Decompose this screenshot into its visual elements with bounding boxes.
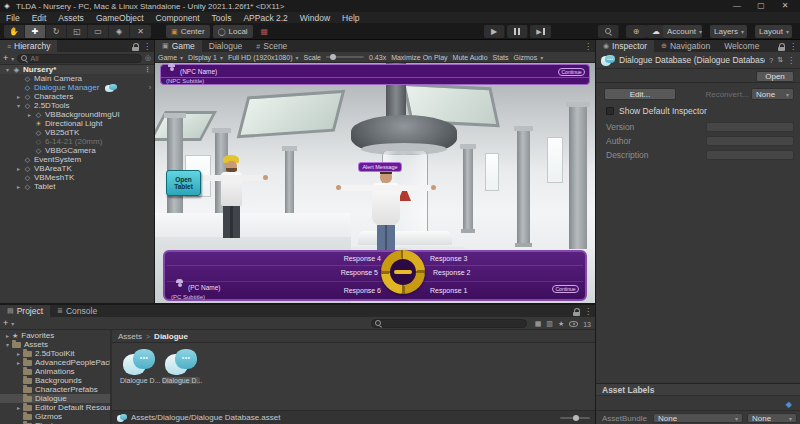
- help-icon[interactable]: ?: [769, 57, 773, 64]
- search-by-label-icon[interactable]: ▥: [546, 320, 553, 328]
- lock-icon[interactable]: [778, 43, 785, 51]
- kebab-icon[interactable]: ⋮: [787, 56, 795, 65]
- scene-picker-icon[interactable]: ◎: [145, 54, 151, 62]
- tab-scene[interactable]: # Scene: [249, 40, 294, 52]
- create-button[interactable]: +: [3, 318, 8, 328]
- project-item[interactable]: Animations: [0, 367, 110, 376]
- asset-labels-header[interactable]: Asset Labels: [596, 383, 800, 396]
- hierarchy-item-scene[interactable]: ▾ ◈ Nursery* ⋮: [0, 65, 154, 74]
- hierarchy-item[interactable]: ◇ EventSystem: [0, 155, 154, 164]
- rect-tool-icon[interactable]: ▭: [88, 25, 109, 38]
- account-dropdown[interactable]: Account▾: [663, 25, 702, 38]
- menu-window[interactable]: Window: [294, 13, 336, 23]
- prefab-arrow-icon[interactable]: ›: [149, 84, 151, 91]
- hierarchy-item-dialogue-manager[interactable]: ◇ Dialogue Manager ›: [0, 83, 154, 92]
- menu-appack[interactable]: APPack 2.2: [237, 13, 293, 23]
- chevron-right-icon[interactable]: ▸: [14, 165, 23, 172]
- hierarchy-search-input[interactable]: [30, 54, 138, 63]
- menu-edit[interactable]: Edit: [26, 13, 53, 23]
- custom-tool-icon[interactable]: ✕: [130, 25, 151, 38]
- hierarchy-item[interactable]: ▸ ◇ VBBackgroundImgUI: [0, 110, 154, 119]
- hierarchy-item[interactable]: ◇ Main Camera: [0, 74, 154, 83]
- hierarchy-item[interactable]: ☀ Directional Light: [0, 119, 154, 128]
- resolution-dropdown[interactable]: Full HD (1920x1080)▾: [228, 54, 299, 61]
- menu-assets[interactable]: Assets: [52, 13, 90, 23]
- chevron-right-icon[interactable]: ▸: [14, 183, 23, 190]
- scale-tool-icon[interactable]: ◱: [67, 25, 88, 38]
- chevron-down-icon[interactable]: ▾: [11, 55, 14, 62]
- display-dropdown[interactable]: Display 1▾: [188, 54, 223, 61]
- show-default-inspector-checkbox[interactable]: [606, 107, 614, 115]
- chevron-down-icon[interactable]: ▾: [14, 102, 23, 109]
- kebab-icon[interactable]: ⋮: [143, 42, 151, 51]
- edit-button[interactable]: Edit...: [604, 88, 676, 100]
- minimize-button[interactable]: —: [726, 0, 748, 12]
- mute-audio-button[interactable]: Mute Audio: [453, 54, 488, 61]
- hierarchy-item[interactable]: ◇ VB25dTK: [0, 128, 154, 137]
- project-item-assets[interactable]: ▾ Assets: [0, 340, 110, 349]
- chevron-down-icon[interactable]: ▾: [3, 66, 12, 73]
- snap-toggle[interactable]: ▦: [256, 25, 274, 38]
- close-button[interactable]: ✕: [774, 0, 796, 12]
- continue-button[interactable]: Continue: [552, 285, 579, 293]
- project-search[interactable]: [371, 319, 527, 328]
- project-search-input[interactable]: [384, 319, 523, 328]
- hierarchy-item[interactable]: ◇ VBMeshTK: [0, 173, 154, 182]
- tab-inspector[interactable]: ◉ Inspector: [596, 40, 654, 52]
- step-button[interactable]: ▶: [530, 25, 551, 38]
- menu-file[interactable]: File: [0, 13, 26, 23]
- chevron-right-icon[interactable]: ▸: [25, 111, 34, 118]
- rotate-tool-icon[interactable]: ↻: [46, 25, 67, 38]
- kebab-icon[interactable]: ⋮: [144, 66, 151, 74]
- project-item[interactable]: ▸ 2.5dToolKit: [0, 349, 110, 358]
- response-2-button[interactable]: Response 2: [433, 269, 470, 276]
- hierarchy-item-disabled[interactable]: ◇ 6-14-21 (20mm): [0, 137, 154, 146]
- pivot-toggle[interactable]: ▣ Center: [166, 25, 210, 38]
- layers-dropdown[interactable]: Layers▾: [710, 25, 747, 38]
- maximize-button[interactable]: ▢: [750, 0, 772, 12]
- lock-icon[interactable]: [573, 308, 580, 316]
- create-button[interactable]: +: [3, 53, 8, 63]
- chevron-down-icon[interactable]: ▾: [11, 320, 14, 327]
- tab-console[interactable]: ≣ Console: [50, 305, 104, 317]
- kebab-icon[interactable]: ⋮: [584, 42, 592, 51]
- hierarchy-item[interactable]: ◇ VBBGCamera: [0, 146, 154, 155]
- maximize-on-play-button[interactable]: Maximize On Play: [391, 54, 447, 61]
- slider-knob[interactable]: [573, 415, 579, 421]
- favorites-filter-icon[interactable]: ★: [558, 320, 564, 328]
- project-item[interactable]: CharacterPrefabs: [0, 385, 110, 394]
- author-field[interactable]: [706, 136, 794, 146]
- project-item[interactable]: ▸ Editor Default Resources: [0, 403, 110, 412]
- project-item[interactable]: Gizmos: [0, 412, 110, 421]
- layout-dropdown[interactable]: Layout▾: [755, 25, 792, 38]
- services-button[interactable]: ⊕: [626, 25, 647, 38]
- hidden-count-eye-icon[interactable]: [569, 321, 578, 327]
- tag-icon[interactable]: ◆: [786, 400, 792, 409]
- tab-dialogue[interactable]: Dialogue: [202, 40, 250, 52]
- hand-tool-icon[interactable]: ✋: [4, 25, 25, 38]
- stats-button[interactable]: Stats: [493, 54, 509, 61]
- tab-project[interactable]: ▤ Project: [0, 305, 50, 317]
- response-1-button[interactable]: Response 1: [430, 287, 467, 294]
- pause-button[interactable]: [507, 25, 528, 38]
- hierarchy-item[interactable]: ▾ ◇ 2.5DTools: [0, 101, 154, 110]
- tab-navigation[interactable]: ⊕ Navigation: [654, 40, 717, 52]
- response-wheel[interactable]: [381, 250, 425, 294]
- version-field[interactable]: [706, 122, 794, 132]
- chevron-down-icon[interactable]: ▾: [3, 341, 12, 348]
- thumbnail-size-slider[interactable]: [560, 417, 590, 419]
- lock-icon[interactable]: [132, 43, 139, 51]
- hierarchy-search[interactable]: [17, 54, 142, 63]
- continue-button[interactable]: Continue: [558, 68, 585, 76]
- project-item[interactable]: Backgrounds: [0, 376, 110, 385]
- menu-gameobject[interactable]: GameObject: [90, 13, 150, 23]
- project-item[interactable]: ▸ AdvancedPeoplePack2: [0, 358, 110, 367]
- chevron-right-icon[interactable]: ▸: [14, 93, 23, 100]
- kebab-icon[interactable]: ⋮: [789, 42, 797, 51]
- breadcrumb-root[interactable]: Assets: [118, 332, 142, 341]
- chevron-right-icon[interactable]: ▸: [3, 332, 12, 339]
- menu-help[interactable]: Help: [336, 13, 365, 23]
- assetbundle-dropdown[interactable]: None ▾: [653, 413, 743, 423]
- scale-slider[interactable]: [326, 56, 364, 58]
- asset-dialogue-database-2[interactable]: ••• Dialogue D...: [162, 349, 200, 384]
